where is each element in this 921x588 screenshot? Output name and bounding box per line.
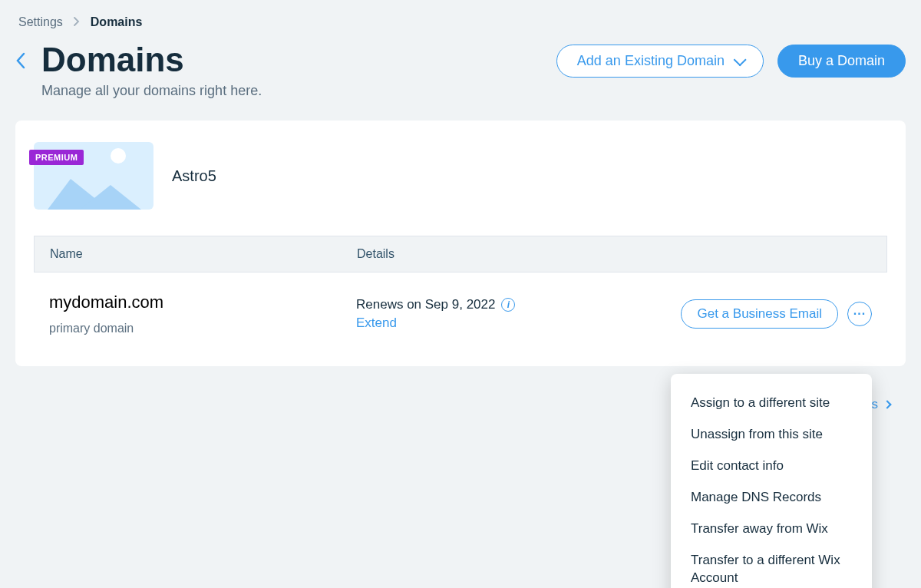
add-existing-domain-button[interactable]: Add an Existing Domain <box>556 45 764 78</box>
col-header-name: Name <box>50 247 357 261</box>
sun-icon <box>111 148 126 164</box>
menu-assign-site[interactable]: Assign to a different site <box>671 388 872 419</box>
back-chevron-icon[interactable] <box>15 52 26 72</box>
menu-transfer-account[interactable]: Transfer to a different Wix Account <box>671 545 872 588</box>
page-title: Domains <box>41 41 262 78</box>
extend-link[interactable]: Extend <box>356 315 681 331</box>
col-header-details: Details <box>357 247 871 261</box>
page-header: Domains Manage all your domains right he… <box>15 41 906 99</box>
domain-row: mydomain.com primary domain Renews on Se… <box>34 273 887 335</box>
table-header: Name Details <box>34 236 887 273</box>
page-subtitle: Manage all your domains right here. <box>41 83 262 99</box>
site-thumbnail: PREMIUM <box>34 142 154 210</box>
add-existing-domain-label: Add an Existing Domain <box>577 53 725 69</box>
site-row: PREMIUM Astro5 <box>34 142 887 210</box>
chevron-right-icon <box>74 15 80 29</box>
buy-domain-label: Buy a Domain <box>798 53 885 69</box>
domain-name: mydomain.com <box>49 292 356 312</box>
chevron-right-icon <box>883 401 891 409</box>
domain-subtext: primary domain <box>49 322 356 335</box>
breadcrumb-current: Domains <box>91 15 143 29</box>
get-business-email-button[interactable]: Get a Business Email <box>681 299 838 329</box>
breadcrumb: Settings Domains <box>15 15 906 29</box>
buy-domain-button[interactable]: Buy a Domain <box>777 45 906 78</box>
renew-text: Renews on Sep 9, 2022 <box>356 297 495 312</box>
menu-unassign-site[interactable]: Unassign from this site <box>671 419 872 451</box>
chevron-down-icon <box>734 53 747 66</box>
menu-edit-contact[interactable]: Edit contact info <box>671 451 872 482</box>
site-name: Astro5 <box>172 167 216 185</box>
premium-badge: PREMIUM <box>29 150 84 165</box>
more-actions-button[interactable]: ··· <box>847 302 872 326</box>
info-icon[interactable]: i <box>501 298 515 312</box>
mountain-icon <box>80 185 141 210</box>
menu-transfer-away[interactable]: Transfer away from Wix <box>671 514 872 545</box>
domains-card: PREMIUM Astro5 Name Details mydomain.com… <box>15 121 906 366</box>
domain-actions-menu: Assign to a different site Unassign from… <box>671 374 872 588</box>
breadcrumb-root[interactable]: Settings <box>18 15 63 29</box>
menu-manage-dns[interactable]: Manage DNS Records <box>671 482 872 514</box>
